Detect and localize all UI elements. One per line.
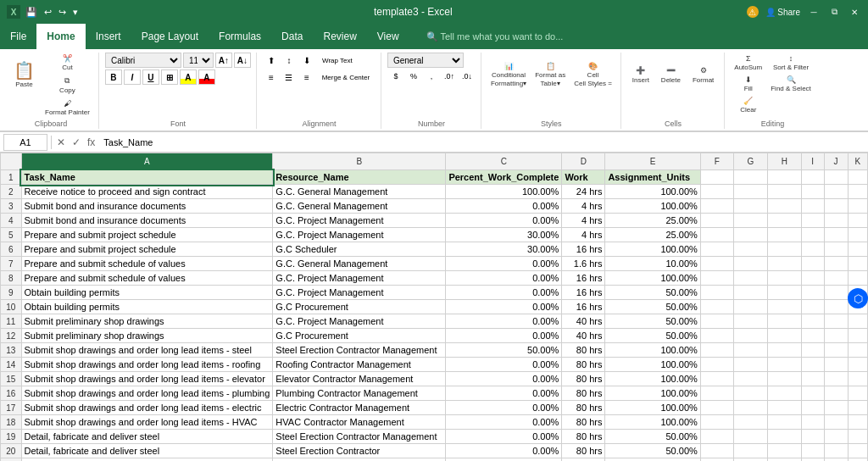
cell-r21-c3[interactable]: 0.00% — [446, 458, 562, 462]
cell-r18-c2[interactable]: HVAC Contractor Management — [273, 415, 446, 430]
cell-r2-c10[interactable] — [824, 185, 848, 199]
fill-color-button[interactable]: A — [180, 69, 197, 85]
cell-r17-c10[interactable] — [824, 401, 848, 415]
font-name-select[interactable]: Calibri — [105, 53, 181, 68]
cell-r10-c2[interactable]: G.C Procurement — [273, 300, 446, 314]
cell-r13-c4[interactable]: 80 hrs — [562, 343, 605, 358]
cell-r8-c7[interactable] — [734, 271, 768, 286]
cell-r7-c6[interactable] — [700, 257, 733, 271]
cell-r6-c1[interactable]: Prepare and submit project schedule — [21, 242, 273, 257]
cell-r13-c6[interactable] — [700, 343, 733, 358]
cell-r15-c4[interactable]: 80 hrs — [562, 372, 605, 386]
cell-r10-c4[interactable]: 16 hrs — [562, 300, 605, 314]
insert-function-icon[interactable]: fx — [86, 135, 97, 150]
cell-r3-c3[interactable]: 0.00% — [446, 199, 562, 214]
cell-r14-c11[interactable] — [848, 358, 867, 372]
bold-button[interactable]: B — [105, 69, 122, 85]
cell-r21-c4[interactable]: 2 hrs — [562, 458, 605, 462]
tab-review[interactable]: Review — [313, 24, 366, 49]
cell-r5-c6[interactable] — [700, 228, 733, 242]
cell-r11-c8[interactable] — [767, 314, 801, 329]
cell-r3-c11[interactable] — [848, 199, 867, 214]
cell-r5-c1[interactable]: Prepare and submit project schedule — [21, 228, 273, 242]
cell-r8-c5[interactable]: 100.00% — [605, 271, 700, 286]
cell-r3-c1[interactable]: Submit bond and insurance documents — [21, 199, 273, 214]
cell-r6-c2[interactable]: G.C Scheduler — [273, 242, 446, 257]
cell-r9-c6[interactable] — [700, 286, 733, 300]
tab-page-layout[interactable]: Page Layout — [131, 24, 209, 49]
cell-r3-c10[interactable] — [824, 199, 848, 214]
col-header-c[interactable]: C — [446, 153, 562, 170]
align-right-btn[interactable]: ≡ — [298, 69, 315, 85]
cell-r2-c4[interactable]: 24 hrs — [562, 185, 605, 199]
align-middle-btn[interactable]: ↕ — [281, 53, 298, 68]
cell-r20-c8[interactable] — [767, 444, 801, 458]
align-bottom-btn[interactable]: ⬇ — [298, 53, 315, 68]
cell-r18-c9[interactable] — [801, 415, 824, 430]
cell-r2-c5[interactable]: 100.00% — [605, 185, 700, 199]
merge-center-btn[interactable]: Merge & Center — [316, 69, 376, 85]
cell-r5-c5[interactable]: 25.00% — [605, 228, 700, 242]
cell-r9-c5[interactable]: 50.00% — [605, 286, 700, 300]
delete-btn[interactable]: ➖ Delete — [656, 53, 686, 97]
cell-r16-c2[interactable]: Plumbing Contractor Management — [273, 386, 446, 401]
cell-r20-c4[interactable]: 80 hrs — [562, 444, 605, 458]
cell-r4-c3[interactable]: 0.00% — [446, 214, 562, 228]
cell-r11-c6[interactable] — [700, 314, 733, 329]
cell-r11-c7[interactable] — [734, 314, 768, 329]
cell-r4-c9[interactable] — [801, 214, 824, 228]
header-cell-8[interactable] — [767, 170, 801, 185]
cell-r9-c8[interactable] — [767, 286, 801, 300]
share-btn[interactable]: 👤 Share — [765, 8, 800, 17]
redo-quick-btn[interactable]: ↪ — [57, 5, 68, 19]
confirm-formula-icon[interactable]: ✓ — [70, 135, 82, 150]
cell-r15-c7[interactable] — [734, 372, 768, 386]
cell-r7-c7[interactable] — [734, 257, 768, 271]
cell-r21-c10[interactable] — [824, 458, 848, 462]
cell-r13-c8[interactable] — [767, 343, 801, 358]
cell-r17-c6[interactable] — [700, 401, 733, 415]
col-header-e[interactable]: E — [605, 153, 700, 170]
cell-r16-c9[interactable] — [801, 386, 824, 401]
col-header-h[interactable]: H — [767, 153, 801, 170]
cell-r20-c11[interactable] — [848, 444, 867, 458]
cell-r2-c11[interactable] — [848, 185, 867, 199]
cell-r12-c1[interactable]: Submit preliminary shop drawings — [21, 329, 273, 343]
cell-r13-c7[interactable] — [734, 343, 768, 358]
cell-r10-c5[interactable]: 50.00% — [605, 300, 700, 314]
wrap-text-btn[interactable]: Wrap Text — [316, 53, 359, 68]
cell-r21-c8[interactable] — [767, 458, 801, 462]
cell-r8-c8[interactable] — [767, 271, 801, 286]
cell-r6-c11[interactable] — [848, 242, 867, 257]
header-cell-1[interactable]: Task_Name — [21, 170, 273, 185]
tab-formulas[interactable]: Formulas — [209, 24, 271, 49]
cell-r6-c8[interactable] — [767, 242, 801, 257]
cell-r20-c5[interactable]: 50.00% — [605, 444, 700, 458]
cell-r17-c2[interactable]: Electric Contractor Management — [273, 401, 446, 415]
cell-r10-c7[interactable] — [734, 300, 768, 314]
tab-data[interactable]: Data — [271, 24, 313, 49]
cell-r12-c10[interactable] — [824, 329, 848, 343]
cell-r6-c3[interactable]: 30.00% — [446, 242, 562, 257]
align-top-btn[interactable]: ⬆ — [263, 53, 280, 68]
cell-r3-c9[interactable] — [801, 199, 824, 214]
cell-r14-c2[interactable]: Roofing Contractor Management — [273, 358, 446, 372]
cell-styles-btn[interactable]: 🎨 Cell Cell Styles = — [570, 53, 615, 97]
cell-r16-c1[interactable]: Submit shop drawings and order long lead… — [21, 386, 273, 401]
col-header-b[interactable]: B — [273, 153, 446, 170]
cell-r11-c3[interactable]: 0.00% — [446, 314, 562, 329]
cell-r4-c4[interactable]: 4 hrs — [562, 214, 605, 228]
cancel-formula-icon[interactable]: ✕ — [55, 135, 67, 150]
cell-r9-c3[interactable]: 0.00% — [446, 286, 562, 300]
cell-r14-c3[interactable]: 0.00% — [446, 358, 562, 372]
currency-btn[interactable]: $ — [387, 69, 404, 84]
cell-r16-c3[interactable]: 0.00% — [446, 386, 562, 401]
cell-r3-c2[interactable]: G.C. General Management — [273, 199, 446, 214]
cell-r19-c6[interactable] — [700, 430, 733, 444]
cell-r19-c2[interactable]: Steel Erection Contractor Management — [273, 430, 446, 444]
autosum-btn[interactable]: Σ AutoSum — [731, 53, 765, 73]
cell-r9-c9[interactable] — [801, 286, 824, 300]
cell-r12-c11[interactable] — [848, 329, 867, 343]
fill-btn[interactable]: ⬇ Fill — [731, 74, 765, 94]
cell-r12-c4[interactable]: 40 hrs — [562, 329, 605, 343]
